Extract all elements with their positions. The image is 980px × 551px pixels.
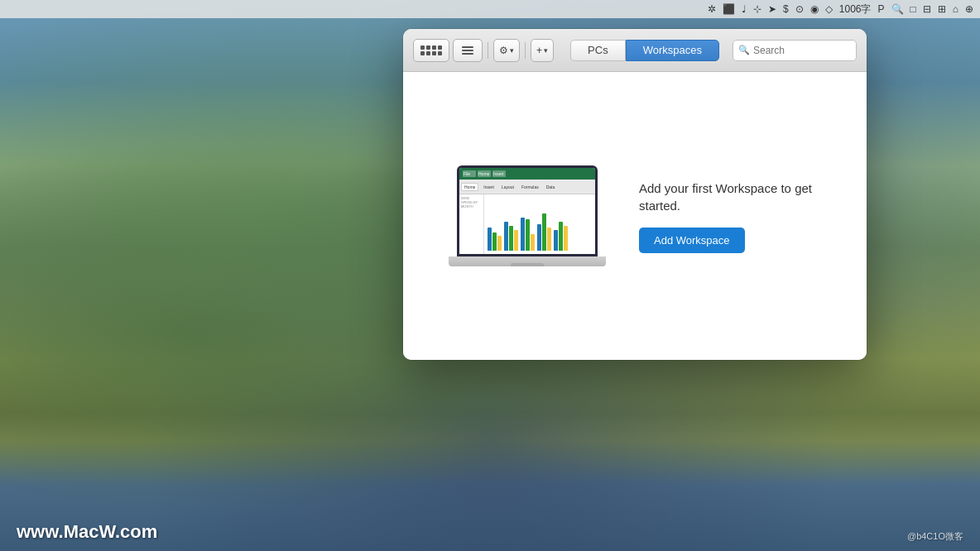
cast-icon[interactable]: ⊞: [938, 3, 946, 15]
tab-pcs[interactable]: PCs: [570, 40, 626, 61]
notification-icon[interactable]: □: [910, 3, 916, 15]
watermark-left: www.MacW.com: [17, 521, 157, 543]
search-input[interactable]: [753, 45, 851, 56]
chart-group-4: [537, 213, 551, 251]
excel-toolbar: File Home Insert: [459, 168, 595, 180]
toolbar-tabs: PCs Workspaces: [562, 40, 728, 61]
bar-blue-3: [521, 218, 525, 251]
chart-group-2: [504, 222, 518, 251]
app-window: ⚙ ▾ + ▾ PCs Workspaces 🔍: [403, 29, 867, 360]
toolbar-separator-1: [488, 42, 488, 59]
camera-icon[interactable]: ⬛: [723, 3, 735, 15]
home-icon[interactable]: ⌂: [953, 3, 958, 15]
eye-icon[interactable]: ◉: [810, 3, 819, 15]
toolbar-right: 🔍: [733, 40, 857, 61]
bar-green-2: [509, 226, 513, 251]
music-icon[interactable]: ♩: [742, 3, 747, 15]
bar-yellow-3: [531, 234, 535, 251]
clock-icon[interactable]: ⊙: [795, 3, 804, 15]
add-workspace-button[interactable]: Add Workspace: [639, 228, 745, 253]
bar-green-5: [559, 222, 563, 251]
chart-area: [484, 194, 595, 254]
watermark-right: @b4C1O微客: [907, 530, 963, 543]
plus-icon[interactable]: ⊕: [965, 3, 973, 15]
tab-workspaces[interactable]: Workspaces: [626, 40, 719, 61]
bar-blue-2: [504, 222, 508, 251]
search-magnifier-icon: 🔍: [738, 45, 750, 55]
bar-blue-5: [554, 230, 558, 251]
bar-green-3: [526, 219, 530, 251]
bar-yellow-5: [564, 226, 568, 251]
list-view-button[interactable]: [453, 39, 483, 62]
chart-group-5: [554, 222, 568, 251]
laptop-screen: File Home Insert Home Insert Layout Form…: [457, 165, 598, 256]
plus-icon: +: [536, 45, 542, 56]
toolbar-left: ⚙ ▾ + ▾: [413, 39, 554, 62]
bar-green-1: [492, 232, 497, 251]
password-icon[interactable]: Ρ: [877, 3, 884, 15]
bar-yellow-2: [514, 230, 518, 251]
word-count: 1006字: [839, 2, 872, 17]
laptop-illustration: File Home Insert Home Insert Layout Form…: [449, 165, 606, 266]
menubar-icons: ✲ ⬛ ♩ ⊹ ➤ $ ⊙ ◉ ◇ 1006字 Ρ 🔍 □ ⊟ ⊞ ⌂ ⊕: [708, 2, 973, 17]
location-icon[interactable]: ⊹: [753, 3, 761, 15]
excel-sidebar: WISE SPEND BY MONTH: [459, 194, 484, 254]
chart-group-3: [521, 218, 535, 251]
gear-icon: ⚙: [499, 45, 508, 56]
window-icon[interactable]: ⊟: [923, 3, 931, 15]
chart-group-1: [488, 228, 502, 251]
bluetooth-icon[interactable]: ✲: [708, 3, 716, 15]
bar-green-4: [542, 213, 546, 251]
search-icon[interactable]: 🔍: [891, 3, 904, 15]
bar-blue-4: [537, 224, 541, 251]
bar-yellow-1: [497, 236, 502, 251]
send-icon[interactable]: ➤: [768, 3, 776, 15]
menubar: ✲ ⬛ ♩ ⊹ ➤ $ ⊙ ◉ ◇ 1006字 Ρ 🔍 □ ⊟ ⊞ ⌂ ⊕: [0, 0, 980, 18]
search-box[interactable]: 🔍: [733, 40, 857, 61]
excel-content: WISE SPEND BY MONTH: [459, 194, 595, 254]
screen-content: File Home Insert Home Insert Layout Form…: [459, 168, 595, 254]
dollar-icon[interactable]: $: [783, 3, 789, 15]
empty-state: File Home Insert Home Insert Layout Form…: [449, 165, 821, 266]
add-button[interactable]: + ▾: [531, 39, 554, 62]
toolbar: ⚙ ▾ + ▾ PCs Workspaces 🔍: [403, 29, 867, 72]
settings-chevron: ▾: [510, 46, 514, 55]
content-area: File Home Insert Home Insert Layout Form…: [403, 72, 867, 360]
settings-button[interactable]: ⚙ ▾: [493, 39, 520, 62]
bar-blue-1: [488, 228, 492, 251]
code-icon[interactable]: ◇: [825, 3, 833, 15]
add-chevron: ▾: [544, 46, 548, 55]
empty-state-text: Add your first Workspace to get started.…: [639, 180, 821, 253]
list-view-icon: [459, 44, 477, 57]
grid-view-icon: [419, 44, 444, 57]
laptop-base: [449, 256, 606, 266]
empty-state-title: Add your first Workspace to get started.: [639, 180, 821, 214]
grid-view-button[interactable]: [413, 39, 449, 62]
excel-ribbon: Home Insert Layout Formulas Data: [459, 180, 595, 194]
toolbar-separator-2: [525, 42, 526, 59]
bar-yellow-4: [547, 228, 551, 251]
